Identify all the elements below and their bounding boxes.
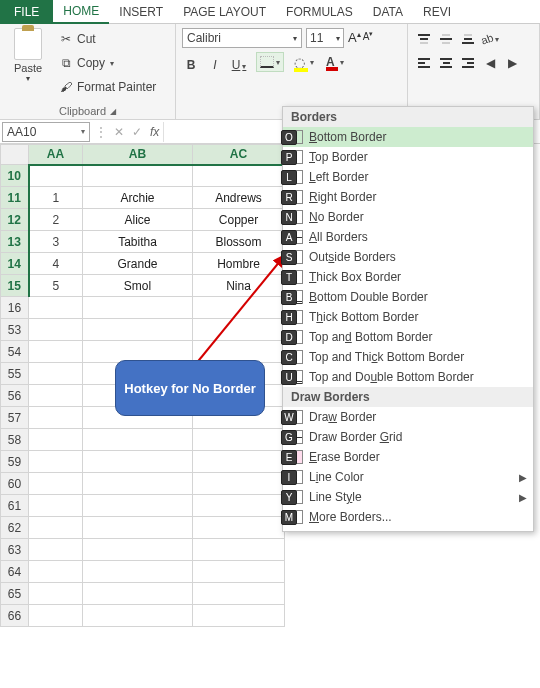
row-header[interactable]: 60: [1, 473, 29, 495]
menu-item[interactable]: EErase Border: [283, 447, 533, 467]
cell[interactable]: [193, 517, 285, 539]
cell[interactable]: Blossom: [193, 231, 285, 253]
cell[interactable]: [83, 429, 193, 451]
row-header[interactable]: 58: [1, 429, 29, 451]
decrease-indent-button[interactable]: ◀: [480, 54, 500, 72]
menu-item[interactable]: RRight Border: [283, 187, 533, 207]
menu-item[interactable]: NNo Border: [283, 207, 533, 227]
cell[interactable]: [29, 605, 83, 627]
cell[interactable]: [83, 297, 193, 319]
menu-item[interactable]: DTop and Bottom Border: [283, 327, 533, 347]
fx-icon[interactable]: fx: [150, 125, 159, 139]
menu-item[interactable]: ILine Color▶: [283, 467, 533, 487]
align-top-button[interactable]: [414, 30, 434, 48]
copy-button[interactable]: ⧉ Copy: [54, 54, 160, 72]
align-center-button[interactable]: [436, 54, 456, 72]
row-header[interactable]: 15: [1, 275, 29, 297]
row-header[interactable]: 54: [1, 341, 29, 363]
cell[interactable]: [83, 605, 193, 627]
pagelayout-tab[interactable]: PAGE LAYOUT: [173, 0, 276, 24]
cell[interactable]: [29, 319, 83, 341]
menu-item[interactable]: UTop and Double Bottom Border: [283, 367, 533, 387]
cell[interactable]: [193, 429, 285, 451]
row-header[interactable]: 55: [1, 363, 29, 385]
row-header[interactable]: 57: [1, 407, 29, 429]
cell[interactable]: [29, 495, 83, 517]
menu-item[interactable]: SOutside Borders: [283, 247, 533, 267]
row-header[interactable]: 13: [1, 231, 29, 253]
cell[interactable]: [29, 539, 83, 561]
row-header[interactable]: 62: [1, 517, 29, 539]
cell[interactable]: [29, 407, 83, 429]
column-header[interactable]: AA: [29, 145, 83, 165]
row-header[interactable]: 12: [1, 209, 29, 231]
cell[interactable]: [193, 583, 285, 605]
menu-item[interactable]: MMore Borders...: [283, 507, 533, 527]
cell[interactable]: 3: [29, 231, 83, 253]
cell[interactable]: First Name: [83, 165, 193, 187]
row-header[interactable]: 65: [1, 583, 29, 605]
row-header[interactable]: 63: [1, 539, 29, 561]
row-header[interactable]: 64: [1, 561, 29, 583]
cell[interactable]: [193, 297, 285, 319]
cell[interactable]: [83, 319, 193, 341]
menu-item[interactable]: OBottom Border: [283, 127, 533, 147]
row-header[interactable]: 53: [1, 319, 29, 341]
menu-item[interactable]: WDraw Border: [283, 407, 533, 427]
decrease-font-icon[interactable]: A▾: [363, 30, 374, 45]
cancel-icon[interactable]: ✕: [110, 125, 128, 139]
cell[interactable]: [83, 473, 193, 495]
cell[interactable]: [193, 495, 285, 517]
orientation-button[interactable]: ab: [480, 30, 500, 48]
cell[interactable]: Alice: [83, 209, 193, 231]
cell[interactable]: 1: [29, 187, 83, 209]
row-header[interactable]: 66: [1, 605, 29, 627]
cell[interactable]: 4: [29, 253, 83, 275]
row-header[interactable]: 61: [1, 495, 29, 517]
enter-icon[interactable]: ✓: [128, 125, 146, 139]
cell[interactable]: [193, 605, 285, 627]
row-header[interactable]: 10: [1, 165, 29, 187]
file-tab[interactable]: FILE: [0, 0, 53, 24]
cell[interactable]: Smol: [83, 275, 193, 297]
menu-item[interactable]: YLine Style▶: [283, 487, 533, 507]
row-header[interactable]: 16: [1, 297, 29, 319]
cell[interactable]: [29, 341, 83, 363]
formulas-tab[interactable]: FORMULAS: [276, 0, 363, 24]
cell[interactable]: [29, 385, 83, 407]
name-box[interactable]: AA10▾: [2, 122, 90, 142]
cell[interactable]: Hombre: [193, 253, 285, 275]
menu-item[interactable]: GDraw Border Grid: [283, 427, 533, 447]
borders-button[interactable]: [256, 52, 284, 72]
cell[interactable]: [29, 429, 83, 451]
column-header[interactable]: AB: [83, 145, 193, 165]
cell[interactable]: Nina: [193, 275, 285, 297]
menu-item[interactable]: HThick Bottom Border: [283, 307, 533, 327]
home-tab[interactable]: HOME: [53, 0, 109, 24]
review-tab[interactable]: REVI: [413, 0, 461, 24]
row-header[interactable]: 59: [1, 451, 29, 473]
namebox-expand-icon[interactable]: ⋮: [92, 125, 110, 139]
cell[interactable]: [29, 297, 83, 319]
row-header[interactable]: 56: [1, 385, 29, 407]
paste-button[interactable]: Paste ▾: [6, 28, 50, 83]
fill-color-button[interactable]: ◌: [292, 55, 316, 70]
menu-item[interactable]: LLeft Border: [283, 167, 533, 187]
cell[interactable]: Tabitha: [83, 231, 193, 253]
font-color-button[interactable]: A: [324, 55, 346, 69]
cell[interactable]: [29, 473, 83, 495]
cell[interactable]: [29, 363, 83, 385]
increase-font-icon[interactable]: A▴: [348, 30, 361, 45]
align-right-button[interactable]: [458, 54, 478, 72]
cell[interactable]: [193, 319, 285, 341]
cell[interactable]: [29, 561, 83, 583]
menu-item[interactable]: AAll Borders: [283, 227, 533, 247]
cell[interactable]: [83, 539, 193, 561]
format-painter-button[interactable]: 🖌 Format Painter: [54, 78, 160, 96]
cell[interactable]: [83, 495, 193, 517]
cell[interactable]: [83, 583, 193, 605]
cell[interactable]: [193, 451, 285, 473]
cell[interactable]: [83, 561, 193, 583]
menu-item[interactable]: BBottom Double Border: [283, 287, 533, 307]
underline-button[interactable]: U: [230, 58, 248, 72]
